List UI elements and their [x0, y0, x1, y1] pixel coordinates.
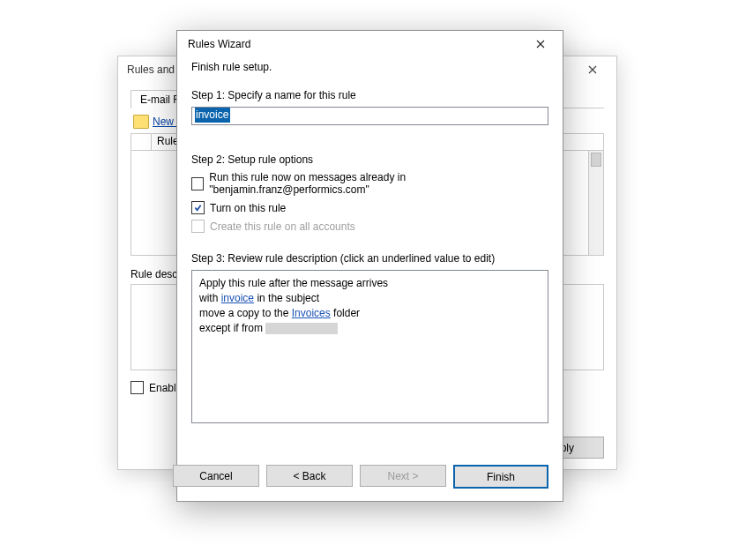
run-now-label: Run this rule now on messages already in… [209, 171, 548, 196]
desc-line-3: move a copy to the Invoices folder [199, 306, 541, 321]
close-icon[interactable] [524, 34, 557, 54]
desc-line-2: with invoice in the subject [199, 291, 541, 306]
rule-name-input[interactable]: invoice [191, 107, 548, 125]
scrollbar-thumb[interactable] [591, 153, 601, 167]
all-accounts-checkbox [191, 220, 205, 233]
rules-wizard-dialog: Rules Wizard Finish rule setup. Step 1: … [176, 30, 563, 502]
run-now-checkbox[interactable] [191, 177, 204, 190]
turn-on-checkbox[interactable] [191, 201, 205, 214]
rule-name-value: invoice [195, 108, 230, 123]
desc-line-4: except if from [199, 321, 541, 336]
next-button: Next > [360, 465, 446, 487]
desc-line-1: Apply this rule after the message arrive… [199, 276, 541, 291]
rule-list-scrollbar[interactable] [589, 151, 604, 256]
all-accounts-label: Create this rule on all accounts [210, 220, 355, 233]
step1-label: Step 1: Specify a name for this rule [191, 89, 548, 101]
desc-redacted-sender[interactable] [265, 323, 338, 334]
wizard-subtitle: Finish rule setup. [191, 61, 548, 73]
finish-button[interactable]: Finish [453, 465, 548, 489]
step2-label: Step 2: Setup rule options [191, 153, 548, 166]
rules-wizard-body: Finish rule setup. Step 1: Specify a nam… [177, 57, 563, 423]
cancel-button[interactable]: Cancel [173, 465, 259, 487]
enable-rules-checkbox[interactable] [131, 381, 144, 394]
close-icon[interactable] [576, 60, 609, 79]
rule-description-preview[interactable]: Apply this rule after the message arrive… [191, 270, 548, 423]
step3-label: Step 3: Review rule description (click a… [191, 252, 548, 265]
option-turn-on-row[interactable]: Turn on this rule [191, 201, 548, 214]
turn-on-label: Turn on this rule [210, 202, 286, 214]
rules-wizard-title: Rules Wizard [188, 38, 524, 50]
rule-list-header-col1 [131, 134, 152, 150]
option-run-now-row[interactable]: Run this rule now on messages already in… [191, 171, 548, 196]
back-button[interactable]: < Back [266, 465, 353, 487]
wizard-buttons: Cancel < Back Next > Finish [177, 465, 563, 489]
rules-wizard-titlebar: Rules Wizard [177, 31, 563, 57]
new-rule-icon [133, 115, 149, 129]
option-all-accounts-row: Create this rule on all accounts [191, 220, 548, 233]
desc-link-invoice[interactable]: invoice [221, 292, 254, 304]
desc-link-folder[interactable]: Invoices [292, 307, 331, 319]
